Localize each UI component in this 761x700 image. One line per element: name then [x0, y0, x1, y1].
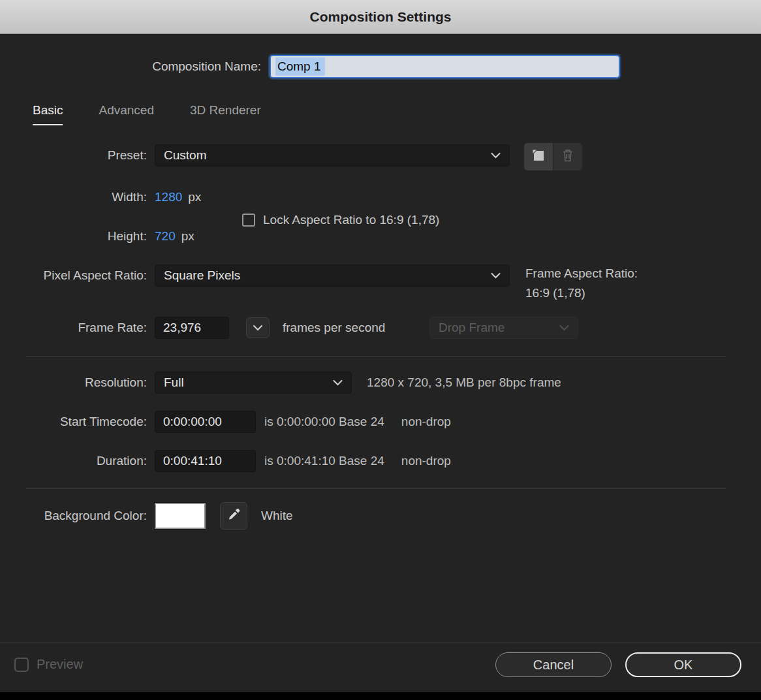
background-color-label: Background Color: — [0, 503, 147, 529]
background-color-swatch[interactable] — [155, 503, 206, 529]
start-timecode-base: is 0:00:00:00 Base 24 — [264, 415, 384, 428]
tab-advanced[interactable]: Advanced — [99, 103, 154, 125]
drop-frame-value: Drop Frame — [439, 321, 505, 335]
duration-value: 0:00:41:10 — [163, 454, 222, 468]
start-timecode-value: 0:00:00:00 — [163, 415, 222, 429]
frame-aspect-ratio-block: Frame Aspect Ratio: 16:9 (1,78) — [525, 264, 638, 303]
duration-input[interactable]: 0:00:41:10 — [155, 450, 256, 472]
cancel-button-label: Cancel — [533, 658, 574, 673]
save-preset-button[interactable] — [524, 143, 553, 170]
save-preset-icon — [531, 148, 546, 165]
dialog-title: Composition Settings — [310, 9, 452, 25]
footer-divider — [0, 643, 761, 643]
preset-label: Preset: — [0, 144, 147, 167]
trash-icon — [561, 148, 574, 165]
frame-rate-input[interactable]: 23,976 — [155, 317, 229, 339]
composition-name-value: Comp 1 — [275, 57, 325, 76]
preset-actions — [524, 143, 582, 170]
preview-control[interactable]: Preview — [14, 657, 83, 672]
chevron-down-icon — [491, 153, 501, 159]
section-divider — [26, 356, 726, 357]
resolution-info: 1280 x 720, 3,5 MB per 8bpc frame — [367, 372, 561, 394]
frame-rate-preset-button[interactable] — [246, 317, 270, 338]
height-unit: px — [181, 229, 194, 243]
tab-3d-renderer[interactable]: 3D Renderer — [190, 103, 261, 125]
start-timecode-label: Start Timecode: — [0, 411, 147, 433]
height-value[interactable]: 720 — [155, 229, 176, 243]
chevron-down-icon — [559, 325, 569, 331]
preview-checkbox[interactable] — [14, 658, 29, 672]
dialog-titlebar: Composition Settings — [0, 0, 761, 34]
height-value-field[interactable]: 720px — [155, 225, 194, 247]
frame-aspect-ratio-value: 16:9 (1,78) — [525, 283, 638, 303]
width-label: Width: — [0, 186, 147, 208]
preset-dropdown[interactable]: Custom — [155, 144, 510, 167]
resolution-label: Resolution: — [0, 372, 147, 394]
eyedropper-icon — [226, 507, 241, 525]
frame-rate-suffix: frames per second — [283, 317, 385, 339]
frame-aspect-ratio-label: Frame Aspect Ratio: — [525, 264, 638, 283]
section-divider — [26, 488, 726, 489]
width-unit: px — [188, 190, 201, 204]
width-value[interactable]: 1280 — [155, 190, 182, 204]
background-color-name: White — [261, 503, 293, 529]
start-timecode-info: is 0:00:00:00 Base 24non-drop — [264, 411, 451, 433]
tab-bar: Basic Advanced 3D Renderer — [33, 103, 261, 125]
composition-name-input[interactable]: Comp 1 — [270, 55, 620, 78]
composition-name-label: Composition Name: — [0, 55, 261, 78]
chevron-down-icon — [333, 380, 343, 386]
duration-label: Duration: — [0, 450, 147, 472]
chevron-down-icon — [491, 273, 501, 279]
drop-frame-dropdown: Drop Frame — [429, 317, 578, 339]
ok-button[interactable]: OK — [625, 652, 741, 677]
pixel-aspect-ratio-label: Pixel Aspect Ratio: — [0, 264, 147, 287]
duration-drop: non-drop — [401, 454, 451, 468]
frame-rate-value: 23,976 — [163, 321, 201, 335]
resolution-value: Full — [164, 375, 184, 390]
ok-button-label: OK — [674, 658, 693, 673]
start-timecode-input[interactable]: 0:00:00:00 — [155, 411, 256, 433]
pixel-aspect-ratio-dropdown[interactable]: Square Pixels — [155, 264, 510, 287]
frame-rate-label: Frame Rate: — [0, 317, 147, 339]
preset-value: Custom — [164, 148, 206, 163]
chevron-down-icon — [253, 325, 262, 331]
screen-edge — [0, 692, 761, 700]
width-value-field[interactable]: 1280px — [155, 186, 201, 208]
start-timecode-drop: non-drop — [401, 415, 451, 428]
tab-basic[interactable]: Basic — [33, 103, 63, 125]
resolution-dropdown[interactable]: Full — [155, 372, 352, 394]
lock-aspect-ratio-control[interactable]: Lock Aspect Ratio to 16:9 (1,78) — [242, 213, 439, 227]
height-label: Height: — [0, 225, 147, 247]
cancel-button[interactable]: Cancel — [495, 652, 612, 677]
eyedropper-button[interactable] — [220, 502, 247, 530]
lock-aspect-ratio-label: Lock Aspect Ratio to 16:9 (1,78) — [263, 213, 439, 227]
lock-aspect-ratio-checkbox[interactable] — [242, 214, 255, 227]
duration-base: is 0:00:41:10 Base 24 — [264, 454, 384, 468]
delete-preset-button[interactable] — [553, 143, 582, 170]
preview-label: Preview — [37, 657, 83, 672]
pixel-aspect-ratio-value: Square Pixels — [164, 268, 240, 283]
duration-info: is 0:00:41:10 Base 24non-drop — [264, 450, 451, 472]
